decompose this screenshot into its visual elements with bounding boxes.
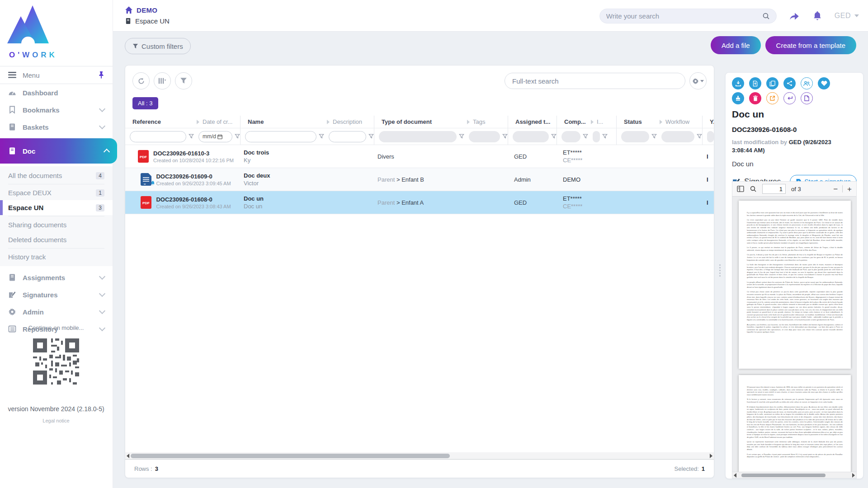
filter-icon[interactable]: [551, 134, 557, 139]
filter-assigned-select[interactable]: [513, 131, 549, 142]
column-header-workflow[interactable]: Workflow: [657, 116, 702, 128]
legal-notice-link[interactable]: Legal notice: [0, 418, 112, 423]
users-button[interactable]: [801, 77, 813, 89]
column-header-y[interactable]: Y...: [702, 116, 714, 128]
column-header-date-of-creation[interactable]: Date of cr...: [194, 116, 240, 128]
create-from-template-button[interactable]: Create from a template: [765, 36, 856, 54]
filter-comp-select[interactable]: [561, 131, 580, 142]
scroll-right-arrow[interactable]: [710, 454, 712, 458]
favorite-button[interactable]: [818, 77, 830, 89]
sidebar-item-signatures[interactable]: Signatures: [0, 286, 113, 303]
scroll-left-arrow[interactable]: [734, 473, 736, 478]
sidebar-item-all-documents[interactable]: All the documents 4: [0, 168, 113, 183]
sidebar-item-history-track[interactable]: History track: [0, 249, 113, 264]
pdf-horizontal-scrollbar[interactable]: [732, 472, 856, 478]
delete-button[interactable]: [749, 92, 761, 104]
filter-icon[interactable]: [651, 134, 657, 139]
filter-icon[interactable]: [368, 134, 374, 139]
file-button[interactable]: [801, 92, 813, 104]
filter-icon[interactable]: [502, 134, 508, 139]
column-header-type[interactable]: Type of document: [374, 116, 464, 128]
pin-icon[interactable]: [98, 71, 104, 79]
app-title: DEMO: [137, 6, 157, 14]
share-button[interactable]: [783, 77, 796, 89]
bell-icon[interactable]: [812, 10, 823, 21]
filter-icon[interactable]: [235, 134, 240, 139]
filter-icon[interactable]: [189, 134, 194, 139]
scroll-right-arrow[interactable]: [852, 473, 855, 478]
tab-all[interactable]: All : 3: [132, 97, 158, 109]
book-icon: [8, 123, 16, 131]
search-icon[interactable]: [750, 185, 757, 192]
copy-button[interactable]: [766, 77, 778, 89]
column-header-i[interactable]: I...: [588, 116, 616, 128]
filter-status-select[interactable]: [621, 131, 649, 142]
sidebar-item-assignments[interactable]: Assignments: [0, 269, 113, 286]
scrollbar-thumb[interactable]: [131, 454, 450, 458]
panel-resize-handle[interactable]: [718, 263, 721, 278]
column-header-reference[interactable]: Reference: [125, 116, 194, 128]
filter-name-input[interactable]: [245, 131, 316, 142]
global-search-input[interactable]: [606, 12, 762, 20]
user-menu[interactable]: GED: [835, 12, 859, 20]
filter-icon[interactable]: [697, 134, 702, 139]
filter-type-select[interactable]: [379, 131, 457, 142]
filter-icon[interactable]: [319, 134, 324, 139]
refresh-button[interactable]: [132, 72, 150, 89]
export-button[interactable]: [749, 77, 761, 89]
table-row-selected[interactable]: PDF DOC230926-01608-0 Created on 9/26/20…: [125, 191, 714, 214]
scrollbar-thumb[interactable]: [741, 474, 826, 477]
column-header-status[interactable]: Status: [616, 116, 657, 128]
sidebar-item-bookmarks[interactable]: Bookmarks: [0, 101, 113, 118]
table-horizontal-scrollbar[interactable]: [125, 452, 714, 460]
page-number-input[interactable]: [762, 184, 786, 194]
columns-button[interactable]: [154, 72, 171, 89]
page-count-label: of 3: [791, 186, 801, 192]
download-button[interactable]: [732, 77, 744, 89]
add-file-button[interactable]: Add a file: [711, 36, 761, 54]
table-row[interactable]: w DOC230926-01609-0 Created on 9/26/2023…: [125, 168, 714, 191]
sidebar-item-baskets[interactable]: Baskets: [0, 118, 113, 136]
filter-i-select[interactable]: [593, 131, 600, 142]
sidebar-item-deleted-documents[interactable]: Deleted documents: [0, 232, 113, 247]
breadcrumb-app[interactable]: DEMO: [125, 5, 170, 15]
filter-workflow-select[interactable]: [661, 131, 694, 142]
share-icon[interactable]: [788, 10, 800, 21]
sidebar-toggle-icon[interactable]: [737, 186, 744, 192]
column-header-name[interactable]: Name: [240, 116, 324, 128]
sidebar-item-sharing-documents[interactable]: Sharing documents: [0, 217, 113, 232]
column-header-assigned[interactable]: Assigned t...: [508, 116, 557, 128]
breadcrumb-space[interactable]: Espace UN: [125, 15, 170, 26]
filter-icon[interactable]: [583, 134, 588, 139]
sidebar-item-espace-deux[interactable]: Espace DEUX 1: [0, 185, 113, 200]
scroll-left-arrow[interactable]: [127, 454, 129, 458]
zoom-out-button[interactable]: −: [833, 185, 838, 193]
sidebar-item-dashboard[interactable]: Dashboard: [0, 84, 113, 101]
filter-icon[interactable]: [459, 134, 464, 139]
filter-icon[interactable]: [602, 134, 608, 139]
filter-button[interactable]: [175, 72, 192, 89]
column-header-description[interactable]: Description: [324, 116, 374, 128]
open-external-button[interactable]: [766, 92, 778, 104]
stamp-button[interactable]: [732, 92, 744, 104]
column-header-tags[interactable]: Tags: [464, 116, 508, 128]
search-settings-button[interactable]: [689, 72, 707, 89]
column-header-comp[interactable]: Comp...: [557, 116, 588, 128]
pdf-pages-area[interactable]: Il y a aujourd'hui trois cent quarante-h…: [732, 197, 856, 472]
sidebar-item-espace-un[interactable]: Espace UN 3: [0, 200, 113, 215]
sidebar-item-doc[interactable]: Doc: [0, 138, 117, 164]
table-row[interactable]: PDF DOC230926-01610-3 Created on 10/28/2…: [125, 145, 714, 168]
return-button[interactable]: [783, 92, 796, 104]
fulltext-search-input[interactable]: [505, 73, 685, 89]
sidebar-item-admin[interactable]: Admin: [0, 303, 113, 320]
filter-description-input[interactable]: [329, 131, 366, 142]
filter-tags-select[interactable]: [469, 131, 500, 142]
hamburger-icon[interactable]: [8, 72, 16, 78]
filter-reference-input[interactable]: [130, 131, 186, 142]
custom-filters-button[interactable]: Custom filters: [125, 38, 191, 54]
zoom-in-button[interactable]: +: [847, 185, 852, 193]
filter-date-input[interactable]: mm/d: [198, 131, 232, 142]
search-icon[interactable]: [762, 12, 770, 20]
filter-y-select[interactable]: [707, 131, 714, 142]
row-name: Doc deux: [244, 172, 374, 179]
